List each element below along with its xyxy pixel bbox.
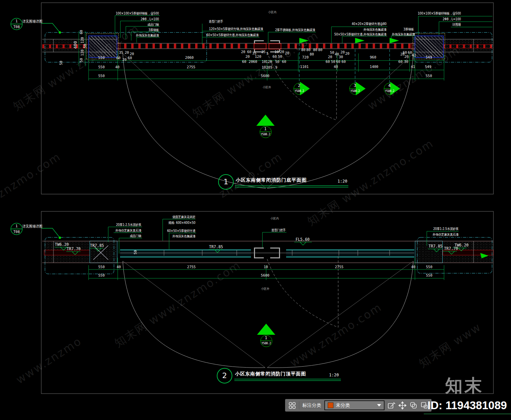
annotation: 2Φ8，L=100 <box>141 17 159 22</box>
dimension-label: 20 <box>345 52 350 55</box>
dimension-label: 20 <box>328 55 332 59</box>
dimension-label: 50 <box>79 58 83 63</box>
callout-sheet: T08 <box>11 230 22 234</box>
annotation: 60×50×5厚镀锌方通,外饰深灰色氟碳漆 <box>207 33 259 38</box>
annotation: 40×20×2厚镀锌方通@80 <box>352 22 387 26</box>
fence-centerline <box>42 44 89 48</box>
annotation: 100×100×5厚镀锌钢板，@500 <box>418 11 461 16</box>
dimension-label: 5 <box>266 52 269 55</box>
dimension-label: 50 <box>278 55 282 59</box>
dimension-label: 2755 <box>187 65 195 69</box>
drawing-scale: 1:20 <box>329 373 339 377</box>
dimension-label: 550 <box>426 274 433 277</box>
section-divider <box>349 88 361 89</box>
dimension-label: 80 <box>318 48 323 52</box>
dimension-label: 2755 <box>335 265 343 269</box>
section-divider <box>294 88 305 89</box>
toolbar-divider <box>299 401 299 410</box>
dimension-label: 50 <box>331 60 335 64</box>
dimension-label: 80 <box>313 48 318 52</box>
dimension-label: 20 <box>285 51 289 55</box>
dimension-label: 60 <box>408 51 412 54</box>
dimension-label: 60 <box>336 60 341 64</box>
category-dropdown[interactable]: 未分类 <box>324 400 385 410</box>
dimension-label: 550 <box>98 74 105 78</box>
edit-icon[interactable] <box>388 402 395 409</box>
annotation: 小区外 <box>261 287 269 291</box>
dimension-label: 50 <box>275 60 280 64</box>
drawing-number-badge: 1 <box>218 174 234 190</box>
dimension-label: 20 <box>241 50 246 54</box>
dimension-label: 400 <box>73 41 77 49</box>
elevation-label: TR7.85 <box>428 244 443 249</box>
dimension-label: 120 <box>80 50 84 56</box>
section-arrow-icon <box>256 115 275 126</box>
section-sheet-code: YS08.2 <box>259 342 273 345</box>
dimension-label: 10 <box>262 60 266 64</box>
drawing-scale: 1:20 <box>338 179 347 184</box>
section-sheet-code: YS08.2 <box>383 89 396 93</box>
dimension-label: 80 <box>301 48 306 52</box>
dimension-label: 205 <box>266 66 273 69</box>
callout-number: 1 <box>11 19 22 23</box>
dimension-label: 40 <box>411 265 416 269</box>
annotation: 烧面芝麻灰花岗岩 <box>172 215 195 219</box>
annotation: 外饰深灰色氟碳漆 <box>136 33 159 38</box>
watermark: www.znzmo.com <box>287 300 384 370</box>
dimension-label: 60 <box>403 51 407 54</box>
elevation-label: TR7.85 <box>209 244 223 249</box>
dimension-label: 2060 <box>185 56 193 60</box>
annotation: 外饰深灰色氟碳漆 <box>364 27 387 32</box>
dimension-label: 20 <box>404 55 409 59</box>
section-divider <box>260 341 272 341</box>
annotation: 小区内 <box>268 10 276 15</box>
section-number: 4 <box>384 83 395 88</box>
annotation: 2厚不锈钢板,外饰深灰色氟碳漆 <box>275 28 315 32</box>
item-id: ID: 1194381089 <box>427 399 507 412</box>
elevation-label: TR7.70 <box>67 247 81 251</box>
category-color-swatch <box>328 402 333 408</box>
category-dropdown-value: 未分类 <box>336 402 375 409</box>
annotation: 20厚1:2.5水泥砂浆 <box>433 227 459 231</box>
dimension-label: 40 <box>115 65 120 69</box>
callout-number: 1 <box>11 224 22 228</box>
apps-icon[interactable] <box>288 402 296 409</box>
section-divider <box>384 88 395 89</box>
annotation: 成品门轴 <box>130 234 141 238</box>
callout-sheet: T08 <box>11 25 22 29</box>
move-icon[interactable] <box>398 401 407 410</box>
category-label: 标注分类 <box>302 402 321 409</box>
lock-plate <box>269 43 281 49</box>
chevron-down-icon <box>377 404 381 406</box>
dimension-label: 5600 <box>261 274 269 277</box>
section-sheet-code: YS08.2 <box>348 89 362 93</box>
dimension-label: 60 <box>342 60 346 64</box>
section-arrow-icon <box>257 324 275 335</box>
annotation: 100×100×5厚镀锌钢板，@500 <box>116 11 159 16</box>
copy-icon[interactable] <box>410 401 417 409</box>
section-sheet-code: YS08.2 <box>293 89 306 93</box>
dimension-label: 10 <box>275 50 279 54</box>
dimension-label: 550 <box>98 56 105 60</box>
elevation-label: TW6.20 <box>455 243 469 248</box>
watermark: 知末网 www.znzmo.com <box>304 136 437 229</box>
dimension-label: 30 <box>339 55 343 59</box>
drawing-title: 小区东南侧常闭消防门底平面图 <box>236 177 307 183</box>
paste-icon[interactable] <box>420 401 428 409</box>
dimension-label: 5600 <box>261 74 269 78</box>
pillar <box>88 36 117 58</box>
dimension-label: 120 <box>80 37 84 44</box>
dimension-label: 550 <box>98 65 105 69</box>
dimension-label: 1400 <box>370 65 378 69</box>
dimension-label: 60 <box>282 60 286 64</box>
annotation: 外饰深灰色氟碳漆 <box>392 32 415 37</box>
dimension-label: 550 <box>426 265 433 269</box>
section-number: 1 <box>260 126 271 131</box>
watermark: 知末网 www <box>416 320 484 371</box>
annotation: 小区外 <box>263 85 271 90</box>
dimension-label: 60 <box>398 60 403 64</box>
annotation: 外饰深灰色氟碳漆 <box>172 234 195 239</box>
annotation: 60×50×5厚镀锌方通 <box>167 229 195 233</box>
section-number: 2 <box>294 83 305 88</box>
dimension-label: 40 <box>335 52 339 56</box>
